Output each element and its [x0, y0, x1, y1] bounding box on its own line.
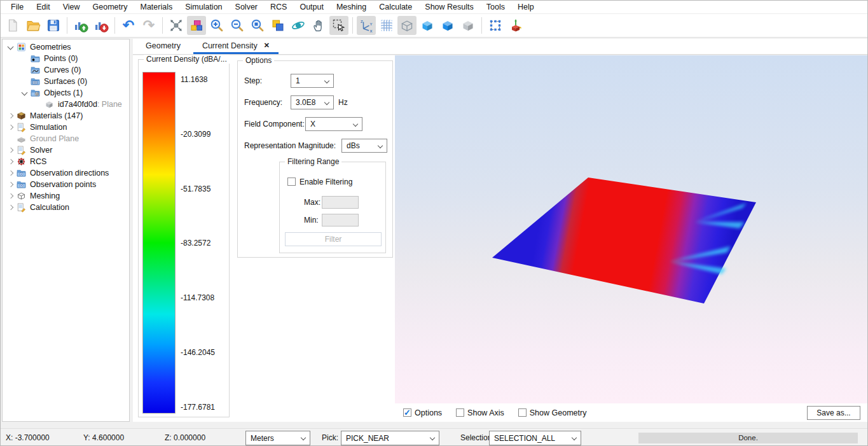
- menu-item-materials[interactable]: Materials: [134, 1, 179, 13]
- tree-item-meshing[interactable]: Meshing: [3, 190, 129, 202]
- tab-geometry[interactable]: Geometry: [137, 39, 189, 54]
- menu-item-tools[interactable]: Tools: [480, 1, 511, 13]
- bring-to-front-button[interactable]: [268, 16, 287, 35]
- redo-button[interactable]: ↷: [139, 16, 158, 35]
- show-objects-button[interactable]: [187, 16, 206, 35]
- chevron-collapsed-icon[interactable]: [6, 157, 16, 167]
- pan-button[interactable]: [309, 16, 328, 35]
- toolbar-separator: [481, 17, 482, 34]
- field-component-select[interactable]: X: [305, 117, 362, 131]
- orbit-button[interactable]: [289, 16, 308, 35]
- export-results-button[interactable]: [92, 16, 111, 35]
- min-label: Min:: [304, 213, 319, 227]
- fit-view-icon: [169, 18, 184, 33]
- hidden-view-button[interactable]: [458, 16, 478, 35]
- tab-close-icon[interactable]: ✕: [264, 41, 270, 50]
- application-window: FileEditViewGeometryMaterialsSimulationS…: [0, 0, 868, 446]
- folder-point-icon: [30, 53, 41, 64]
- solid-view-button[interactable]: [418, 16, 437, 35]
- options-toggle[interactable]: Options: [403, 408, 442, 417]
- chevron-collapsed-icon[interactable]: [6, 169, 16, 178]
- selection-select[interactable]: SELECTION_ALL: [489, 431, 581, 445]
- open-folder-button[interactable]: [24, 16, 43, 35]
- chevron-collapsed-icon[interactable]: [6, 192, 16, 201]
- tree-item-solver[interactable]: Solver: [3, 144, 129, 156]
- tree-item-label: Observation points: [30, 180, 96, 189]
- menu-item-simulation[interactable]: Simulation: [179, 1, 228, 13]
- tree-item-surfaces-0[interactable]: Surfaces (0): [3, 76, 129, 87]
- wireframe-view-button[interactable]: [397, 16, 417, 35]
- select-icon: [331, 18, 347, 33]
- frequency-select[interactable]: 3.0E8: [291, 95, 334, 109]
- shaded-view-button[interactable]: [438, 16, 457, 35]
- menu-item-show-results[interactable]: Show Results: [418, 1, 479, 13]
- tab-current-density[interactable]: Current Density✕: [193, 39, 279, 54]
- chevron-collapsed-icon[interactable]: [6, 146, 16, 155]
- chevron-collapsed-icon[interactable]: [6, 111, 16, 121]
- viewport-3d[interactable]: [395, 55, 868, 403]
- menu-item-solver[interactable]: Solver: [229, 1, 264, 13]
- max-input[interactable]: [322, 196, 359, 209]
- tree-item-label: Surfaces (0): [44, 77, 87, 86]
- chevron-collapsed-icon[interactable]: [6, 203, 16, 213]
- options-checkbox[interactable]: [403, 408, 411, 417]
- import-results-button[interactable]: [71, 16, 90, 35]
- zoom-out-button[interactable]: [228, 16, 247, 35]
- tree-item-rcs[interactable]: RCS: [3, 156, 129, 167]
- zoom-window-icon: [250, 18, 265, 33]
- show-axis-checkbox[interactable]: [456, 408, 464, 417]
- menu-item-view[interactable]: View: [57, 1, 86, 13]
- tree-item-observation-points[interactable]: Observation points: [3, 179, 129, 190]
- chevron-collapsed-icon[interactable]: [6, 180, 16, 190]
- undo-button[interactable]: ↶: [119, 16, 138, 35]
- selection-handles-button[interactable]: [486, 16, 505, 35]
- tree-item-ground-plane[interactable]: Ground Plane: [3, 133, 129, 144]
- filter-button[interactable]: Filter: [285, 232, 382, 246]
- select-button[interactable]: [329, 16, 348, 35]
- show-geometry-toggle[interactable]: Show Geometry: [518, 408, 587, 417]
- orientation-triad-button[interactable]: [506, 16, 525, 35]
- save-button[interactable]: [44, 16, 63, 35]
- menu-item-output[interactable]: Output: [293, 1, 330, 13]
- tree-item-curves-0[interactable]: Curves (0): [3, 64, 129, 76]
- show-geometry-checkbox[interactable]: [518, 408, 527, 417]
- tree-item-simulation[interactable]: Simulation: [3, 122, 129, 133]
- menu-item-edit[interactable]: Edit: [30, 1, 57, 13]
- toolbar: ↶↷: [1, 14, 867, 38]
- show-axis-toggle[interactable]: Show Axis: [456, 408, 504, 417]
- menu-item-calculate[interactable]: Calculate: [373, 1, 418, 13]
- show-axes-button[interactable]: [357, 16, 376, 35]
- menu-item-rcs[interactable]: RCS: [264, 1, 293, 13]
- chevron-expanded-icon[interactable]: [6, 43, 16, 52]
- tree-item-calculation[interactable]: Calculation: [3, 202, 129, 213]
- step-select[interactable]: 1: [291, 74, 334, 88]
- tree-item-objects-1[interactable]: Objects (1): [3, 87, 129, 99]
- units-select[interactable]: Meters: [245, 431, 310, 445]
- show-grid-button[interactable]: [377, 16, 396, 35]
- tree-item-label: Points (0): [44, 54, 78, 63]
- chevron-collapsed-icon[interactable]: [6, 123, 16, 132]
- zoom-window-button[interactable]: [248, 16, 267, 35]
- new-document-button[interactable]: [3, 16, 22, 35]
- tree-item-label: Solver: [30, 146, 52, 155]
- menu-item-file[interactable]: File: [4, 1, 30, 13]
- enable-filtering-checkbox[interactable]: [287, 178, 296, 186]
- toolbar-separator: [114, 17, 115, 34]
- tree-item-materials-147[interactable]: Materials (147): [3, 110, 129, 122]
- menu-item-meshing[interactable]: Meshing: [330, 1, 373, 13]
- tree-item-observation-directions[interactable]: Observation directions: [3, 167, 129, 179]
- pick-select[interactable]: PICK_NEAR: [341, 431, 439, 445]
- fit-view-button[interactable]: [167, 16, 186, 35]
- tree-item-id7a40fd0d[interactable]: id7a40fd0d : Plane: [3, 99, 129, 110]
- new-document-icon: [5, 18, 20, 33]
- min-input[interactable]: [322, 214, 359, 226]
- menu-item-help[interactable]: Help: [511, 1, 541, 13]
- current-density-plane-render: [395, 55, 868, 403]
- save-as-button[interactable]: Save as...: [807, 406, 860, 420]
- tree-item-points-0[interactable]: Points (0): [3, 53, 129, 64]
- zoom-in-button[interactable]: [207, 16, 226, 35]
- menu-item-geometry[interactable]: Geometry: [86, 1, 134, 13]
- tree-item-geometries[interactable]: Geometries: [3, 41, 129, 53]
- chevron-expanded-icon[interactable]: [20, 88, 30, 98]
- representation-magnitude-select[interactable]: dBs: [341, 139, 387, 153]
